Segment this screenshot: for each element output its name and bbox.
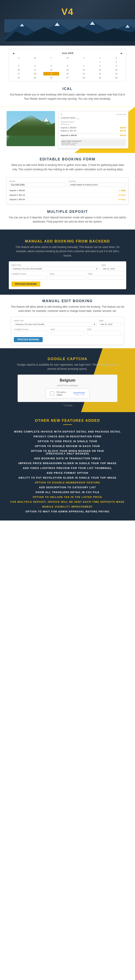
manual-add-section: MANUAL ADD BOOKING FROM BACKEND This fea… (0, 229, 135, 295)
cal-cell[interactable]: 16 (108, 68, 124, 72)
cal-cell[interactable] (11, 60, 27, 64)
cal-cell[interactable] (76, 60, 92, 64)
cal-cell[interactable]: 25 (27, 76, 43, 80)
calendar-nav-next[interactable]: ▶ (121, 52, 122, 54)
other-features-title: OTHER NEW FEATURES ADDED (5, 419, 130, 423)
cal-cell[interactable]: 24 (11, 76, 27, 80)
phone-field: 514-546-5465 (10, 183, 66, 187)
child-input[interactable]: - (88, 275, 124, 280)
mountain-svg (6, 111, 55, 146)
cal-cell[interactable]: 9 (108, 64, 124, 68)
cal-cell[interactable]: 20 (59, 72, 76, 75)
manual-add-form-mockup: Select Tour Monterey Tour plus Mont Rose… (9, 261, 126, 289)
cal-day-mon: M (27, 56, 43, 60)
ical-description: iCal feature allows you to view bookings… (0, 92, 135, 105)
feature-item-12: ADD DESCRIPTION TO CATEGORY LIST (5, 485, 130, 490)
feature-item-17: OPTION TO WAIT FOR ADMIN APPROVAL BEFORE… (5, 509, 130, 514)
cal-cell[interactable]: 27 (59, 76, 76, 80)
cal-day-fri: F (92, 56, 108, 60)
recaptcha-brand: reCAPTCHA (73, 392, 85, 394)
cal-cell[interactable]: 12 (43, 68, 59, 72)
v4-header: V4 (0, 0, 135, 46)
cal-cell[interactable]: 15 (92, 68, 108, 72)
edit-process-booking-button[interactable]: PROCESS BOOKING (14, 337, 43, 342)
tour-dropdown[interactable]: Monterey Tour plus Mont Rosella ▼ (11, 267, 100, 271)
v4-title: V4 (5, 6, 130, 17)
edit-tour-label: Select Tour (14, 320, 97, 322)
cal-cell[interactable]: 29 (92, 76, 108, 80)
cal-cell[interactable]: 10 (11, 68, 27, 72)
edit-availability-field: Available Rooms - (14, 328, 48, 335)
cal-cell[interactable] (27, 60, 43, 64)
ical-title: ICAL (0, 83, 135, 92)
edit-tour-dropdown[interactable]: Monterey Tour plus Mont Rosella ▼ (14, 322, 97, 326)
availability-input[interactable]: - (11, 275, 47, 280)
captcha-checkbox-area[interactable]: I'm not a robot reCAPTCHA Privacy - Term… (45, 388, 90, 398)
tour-label: Select Tour (11, 264, 100, 266)
cal-cell[interactable]: 4 (27, 64, 43, 68)
multiple-deposit-section: Phone: 514-546-5465 Country: United Stat… (0, 175, 135, 229)
cal-cell[interactable]: 26 (43, 76, 59, 80)
feature-item-5: OPTION TO BLOCK TOUR WHEN BOOKED OR PAID… (5, 449, 130, 456)
feature-item-15: FOR MULTIPLE DEPOSIT, INVOICE WILL BE SE… (5, 500, 130, 504)
feature-item-8: ADD VIDEO LIGHTBOX PREVIEW FOR TOUR LIST… (5, 466, 130, 471)
deposit-row-2: Deposit 2: $47.20 Pending (10, 193, 125, 197)
cal-day-thu: T (76, 56, 92, 60)
form-row-1: Select Tour Monterey Tour plus Mont Rose… (11, 264, 124, 271)
feature-item-14: OPTION TO INCLUDE TAX IN THE LISTED PRIC… (5, 495, 130, 500)
manual-edit-section: MANUAL EDIT BOOKING This feature will al… (0, 295, 135, 348)
edit-form-row-1: Select Tour Monterey Tour plus Mont Rose… (14, 320, 121, 326)
mountain-image (6, 111, 55, 146)
cal-cell[interactable]: 2 (108, 60, 124, 64)
captcha-subtitle: reCAPTCHA verification (57, 385, 78, 387)
edit-date-input[interactable]: Mar 26, 2018 (99, 322, 121, 326)
form-row-2: Available Rooms - Adult - Child - (11, 273, 124, 280)
cal-cell[interactable]: 22 (92, 72, 108, 75)
feature-item-3: OPTION TO HIDE PRICE IN SINGLE TOUR (5, 439, 130, 444)
captcha-checkbox[interactable] (50, 391, 54, 396)
cal-cell[interactable]: 6 (59, 64, 76, 68)
captcha-credit: * Creating (5, 404, 130, 407)
cal-cell[interactable]: 13 (59, 68, 76, 72)
edit-adult-input[interactable]: - (50, 331, 85, 335)
edit-adult-label: Adult (50, 328, 85, 331)
cal-day-sun: S (11, 56, 27, 60)
cal-cell[interactable] (43, 60, 59, 64)
feature-item-2: PRIVACY CHECK BOX IN REGISTRATION FORM (5, 434, 130, 439)
captcha-description: Google captcha is available for user reg… (5, 363, 130, 375)
deposit-row-1: Deposit 1: $50/30 ✓ Paid (10, 189, 125, 192)
cal-day-wed: W (59, 56, 76, 60)
adult-input[interactable]: - (50, 275, 85, 280)
edit-availability-input[interactable]: - (14, 331, 48, 335)
cal-cell[interactable]: 8 (92, 64, 108, 68)
cal-cell[interactable]: 5 (43, 64, 59, 68)
cal-cell[interactable]: 1 (92, 60, 108, 64)
cal-cell-active[interactable]: 19 (43, 72, 59, 75)
edit-child-input[interactable]: - (87, 331, 121, 335)
edit-availability-label: Available Rooms (14, 328, 48, 331)
calendar-nav-prev[interactable]: ◀ (13, 52, 14, 54)
date-input[interactable]: Mar 26, 2018 (101, 267, 124, 271)
cal-cell[interactable] (59, 60, 76, 64)
cal-cell[interactable]: 11 (27, 68, 43, 72)
svg-marker-10 (6, 122, 55, 146)
cal-cell[interactable]: 17 (11, 72, 27, 75)
date-field: Date Mar 26, 2018 (101, 264, 124, 271)
mountain-bg-svg (5, 19, 135, 41)
edit-adult-field: Adult - (50, 328, 85, 335)
editable-booking-title: EDITABLE BOOKING FORM (0, 153, 135, 163)
cal-cell[interactable]: 21 (76, 72, 92, 75)
features-divider (63, 425, 72, 425)
cal-day-tue: T (43, 56, 59, 60)
edit-child-field: Child - (87, 328, 121, 335)
cal-cell[interactable]: 3 (11, 64, 27, 68)
process-booking-button[interactable]: PROCESS BOOKING (11, 282, 40, 286)
cal-cell[interactable]: 7 (76, 64, 92, 68)
cal-cell[interactable]: 14 (76, 68, 92, 72)
features-list: MORE COMPLETE INVOICE WITH DEPOSIT DETAI… (5, 429, 130, 514)
cal-cell[interactable]: 23 (108, 72, 124, 75)
cal-cell[interactable]: 18 (27, 72, 43, 75)
cal-cell[interactable]: 28 (76, 76, 92, 80)
cal-cell[interactable]: 30 (108, 76, 124, 80)
captcha-country: Belgium (59, 378, 75, 383)
